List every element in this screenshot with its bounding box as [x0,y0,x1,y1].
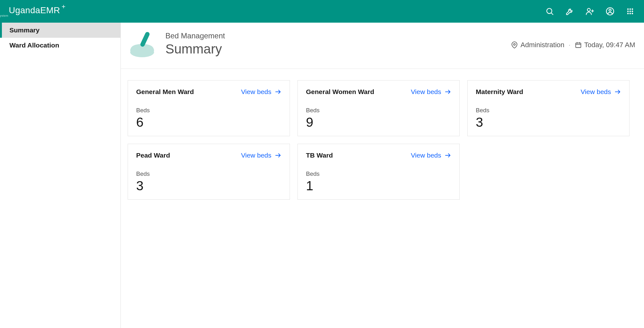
ward-name: General Women Ward [306,88,374,96]
breadcrumb: Bed Management [165,31,225,40]
view-beds-link[interactable]: View beds [411,88,451,96]
main-layout: Summary Ward Allocation Bed Management S… [0,23,644,328]
logo-tagline: Medical Records System [0,14,66,17]
page-title: Summary [165,42,225,57]
svg-point-2 [587,8,590,11]
ward-card-tb: TB Ward View beds Beds 1 [297,144,460,200]
wrench-icon[interactable] [565,7,574,16]
location-pin-icon [511,42,518,48]
ward-name: Maternity Ward [476,88,523,96]
arrow-right-icon [275,152,281,159]
svg-point-10 [627,11,629,12]
svg-point-11 [630,11,631,12]
svg-point-12 [632,11,633,12]
beds-label: Beds [306,170,451,177]
header-tools [545,7,638,16]
apps-grid-icon[interactable] [626,7,635,16]
arrow-right-icon [614,88,621,95]
view-beds-link[interactable]: View beds [241,88,281,96]
svg-point-8 [630,8,631,10]
ward-name: TB Ward [306,152,333,159]
mortar-pestle-icon [126,28,158,60]
ward-name: General Men Ward [136,88,194,96]
svg-point-13 [627,13,629,14]
svg-rect-19 [576,43,581,48]
sidebar-item-label: Ward Allocation [9,42,59,49]
beds-label: Beds [306,107,451,114]
add-user-icon[interactable] [586,7,594,16]
view-beds-label: View beds [241,88,271,96]
beds-count: 6 [136,116,281,129]
search-icon[interactable] [545,7,554,16]
svg-point-14 [630,13,631,14]
ward-card-maternity: Maternity Ward View beds Beds 3 [467,80,630,136]
datetime-meta: Today, 09:47 AM [575,41,635,49]
page-header: Bed Management Summary Administration · [121,23,644,69]
separator-dot: · [569,42,570,48]
beds-label: Beds [136,107,281,114]
beds-count: 9 [306,116,451,129]
beds-count: 3 [136,179,281,192]
page-header-meta: Administration · Today, 09:47 AM [511,39,635,49]
logo-plus-icon [61,4,66,11]
location-meta: Administration [511,41,564,49]
svg-line-1 [551,13,553,14]
beds-label: Beds [136,170,281,177]
sidebar: Summary Ward Allocation [0,23,121,328]
svg-point-9 [632,8,633,10]
page-header-left: Bed Management Summary [126,28,225,60]
datetime-text: Today, 09:47 AM [584,41,635,49]
view-beds-label: View beds [241,152,271,159]
sidebar-item-summary[interactable]: Summary [0,23,120,38]
app-header: UgandaEMR Medical Records System [0,0,644,23]
svg-point-15 [632,13,633,14]
card-grid: General Men Ward View beds Beds 6 Genera [128,80,637,200]
sidebar-item-label: Summary [9,26,40,34]
view-beds-label: View beds [411,152,441,159]
arrow-right-icon [444,152,451,159]
view-beds-label: View beds [580,88,611,96]
ward-name: Pead Ward [136,152,170,159]
beds-count: 1 [306,179,451,192]
svg-point-7 [627,8,629,10]
sidebar-item-ward-allocation[interactable]: Ward Allocation [0,38,120,53]
view-beds-link[interactable]: View beds [241,152,281,159]
beds-count: 3 [476,116,621,129]
view-beds-link[interactable]: View beds [411,152,451,159]
logo[interactable]: UgandaEMR Medical Records System [9,5,66,17]
main-content: Bed Management Summary Administration · [121,23,644,328]
ward-card-general-women: General Women Ward View beds Beds 9 [297,80,460,136]
svg-point-18 [514,43,516,45]
ward-card-general-men: General Men Ward View beds Beds 6 [128,80,290,136]
location-text: Administration [520,41,564,49]
user-account-icon[interactable] [606,7,614,16]
svg-point-6 [609,9,611,11]
view-beds-link[interactable]: View beds [580,88,621,96]
arrow-right-icon [444,88,451,95]
beds-label: Beds [476,107,621,114]
cards-area: General Men Ward View beds Beds 6 Genera [121,69,644,211]
arrow-right-icon [275,88,281,95]
calendar-icon [575,42,582,48]
view-beds-label: View beds [411,88,441,96]
ward-card-pead: Pead Ward View beds Beds 3 [128,144,290,200]
